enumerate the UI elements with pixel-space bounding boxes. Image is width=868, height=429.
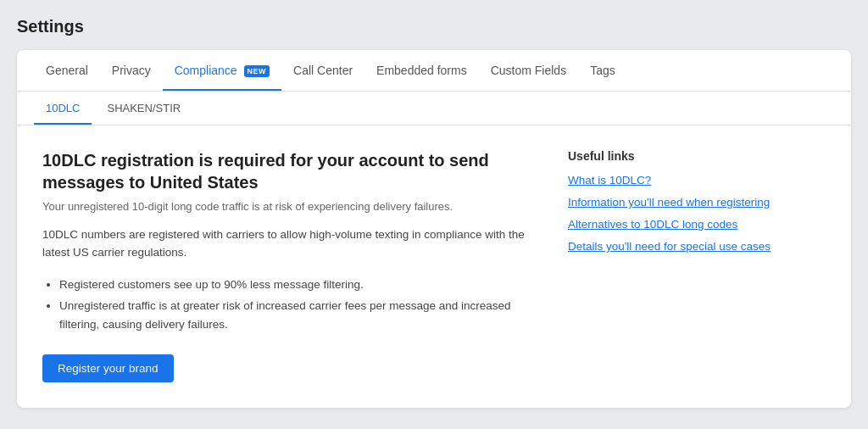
tab-tags[interactable]: Tags [578,50,627,91]
side-content: Useful links What is 10DLC? Information … [568,149,771,382]
register-brand-button[interactable]: Register your brand [42,354,174,382]
tab-general[interactable]: General [34,50,100,91]
link-what-is-10dlc[interactable]: What is 10DLC? [568,174,651,187]
bullet-item: Registered customers see up to 90% less … [59,276,534,294]
content-area: 10DLC registration is required for your … [17,125,851,408]
bullet-list: Registered customers see up to 90% less … [42,276,534,334]
link-alternatives[interactable]: Alternatives to 10DLC long codes [568,218,737,231]
tab-custom-fields[interactable]: Custom Fields [479,50,578,91]
link-info-registering[interactable]: Information you'll need when registering [568,196,770,209]
main-heading: 10DLC registration is required for your … [42,149,534,193]
list-item: Alternatives to 10DLC long codes [568,217,771,231]
tab-privacy[interactable]: Privacy [100,50,163,91]
subtab-10dlc[interactable]: 10DLC [34,92,92,125]
list-item: Details you'll need for special use case… [568,239,771,253]
useful-links-title: Useful links [568,149,771,163]
subtext: Your unregistered 10-digit long code tra… [42,200,534,213]
main-content: 10DLC registration is required for your … [42,149,534,382]
link-special-use-cases[interactable]: Details you'll need for special use case… [568,240,771,253]
list-item: Information you'll need when registering [568,195,771,209]
subtab-shaken-stir[interactable]: SHAKEN/STIR [95,92,192,125]
top-nav: General Privacy Compliance NEW Call Cent… [17,50,851,92]
compliance-badge: NEW [244,65,270,77]
settings-card: General Privacy Compliance NEW Call Cent… [17,50,851,408]
tab-embedded-forms[interactable]: Embedded forms [364,50,479,91]
tab-call-center[interactable]: Call Center [281,50,364,91]
description-text: 10DLC numbers are registered with carrie… [42,226,534,262]
tab-compliance-label: Compliance [175,64,237,77]
sub-tabs: 10DLC SHAKEN/STIR [17,92,851,125]
page-title: Settings [17,17,851,36]
tab-compliance[interactable]: Compliance NEW [163,50,281,91]
useful-links-list: What is 10DLC? Information you'll need w… [568,173,771,253]
list-item: What is 10DLC? [568,173,771,187]
bullet-item: Unregistered traffic is at greater risk … [59,297,534,333]
